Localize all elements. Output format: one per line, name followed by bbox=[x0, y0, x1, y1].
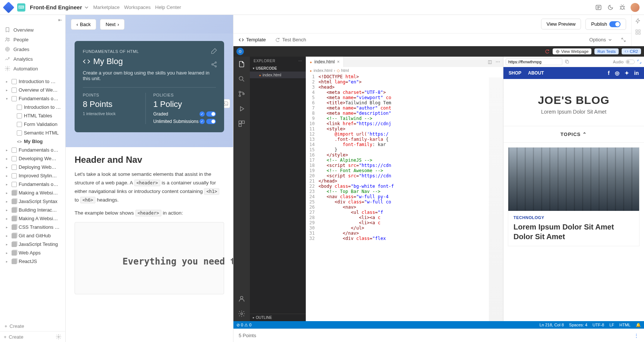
sidebar-item-automation[interactable]: Automation bbox=[0, 64, 65, 73]
tree-item[interactable]: <>My Blog bbox=[0, 137, 65, 146]
collapse-sidebar-icon[interactable]: ⇤ bbox=[55, 15, 65, 25]
linkedin-icon[interactable]: in bbox=[634, 70, 639, 76]
create-button[interactable]: +Create bbox=[0, 321, 65, 331]
status-encoding[interactable]: UTF-8 bbox=[593, 323, 604, 327]
source-control-icon[interactable] bbox=[238, 90, 245, 98]
tree-item[interactable]: ▸Developing We… bbox=[0, 154, 65, 163]
preview-nav-shop[interactable]: SHOP bbox=[509, 70, 521, 76]
facebook-icon[interactable]: f bbox=[608, 70, 610, 76]
tree-item[interactable]: ▸Fundamentals o… bbox=[0, 146, 65, 154]
editor-tab[interactable]: ⬥index.html× bbox=[306, 57, 344, 67]
platform-logo-icon[interactable] bbox=[3, 1, 14, 13]
settings-icon[interactable] bbox=[238, 310, 245, 317]
account-icon[interactable] bbox=[238, 295, 245, 303]
grid-icon[interactable] bbox=[635, 29, 641, 35]
unlimited-toggle[interactable] bbox=[206, 119, 216, 124]
tree-item[interactable]: Form Validation bbox=[0, 120, 65, 129]
view-preview-button[interactable]: View Preview bbox=[541, 19, 581, 29]
lightning-icon[interactable] bbox=[635, 18, 641, 24]
more-icon[interactable]: ⋮ bbox=[634, 333, 639, 338]
tree-item[interactable]: ▸JavaScript Testing bbox=[0, 240, 65, 248]
expand-icon[interactable] bbox=[621, 37, 626, 42]
explorer-outline[interactable]: ▸OUTLINE bbox=[250, 314, 306, 321]
course-title[interactable]: Front-End Engineer bbox=[30, 4, 89, 10]
tree-item[interactable]: ▸Web Apps bbox=[0, 248, 65, 257]
bell-icon[interactable]: 🔔 bbox=[636, 323, 641, 327]
preview-topics[interactable]: TOPICS ⌃ bbox=[503, 126, 644, 143]
sidebar-item-analytics[interactable]: Analytics bbox=[0, 54, 65, 64]
split-icon[interactable]: ◫ bbox=[488, 59, 492, 64]
tree-item[interactable]: ▸Fundamentals o… bbox=[0, 180, 65, 189]
tree-item[interactable]: ▸JavaScript Syntax bbox=[0, 197, 65, 206]
preview-url-input[interactable] bbox=[506, 58, 562, 65]
ide-gear-icon[interactable]: ⚙ bbox=[236, 48, 244, 55]
run-tests-button[interactable]: Run Tests bbox=[594, 48, 619, 54]
bug-icon[interactable] bbox=[619, 4, 626, 11]
share-icon[interactable] bbox=[211, 61, 217, 68]
preview-nav-about[interactable]: ABOUT bbox=[528, 70, 544, 76]
publish-button[interactable]: Publish bbox=[585, 19, 626, 30]
debug-icon[interactable] bbox=[238, 105, 245, 113]
status-spaces[interactable]: Spaces: 4 bbox=[569, 323, 587, 327]
status-position[interactable]: Ln 218, Col 8 bbox=[540, 323, 564, 327]
audio-toggle[interactable] bbox=[626, 60, 635, 64]
refresh-icon[interactable] bbox=[544, 49, 550, 54]
tree-item[interactable]: ▸Making a Websi… bbox=[0, 189, 65, 197]
tree-item[interactable]: ▸Introduction to … bbox=[0, 77, 65, 86]
tree-item[interactable]: ▸CSS Transitions … bbox=[0, 223, 65, 231]
eraser-icon[interactable] bbox=[211, 48, 217, 54]
explorer-file[interactable]: ⬥ index.html bbox=[250, 72, 306, 78]
back-button[interactable]: ‹Back bbox=[71, 19, 96, 30]
tree-item[interactable]: HTML Tables bbox=[0, 111, 65, 120]
next-button[interactable]: Next› bbox=[100, 19, 125, 30]
extensions-icon[interactable] bbox=[238, 120, 245, 127]
publish-toggle[interactable] bbox=[609, 21, 621, 27]
chevron-down-icon bbox=[608, 38, 612, 42]
copy-icon[interactable] bbox=[565, 59, 569, 64]
explorer-icon[interactable] bbox=[238, 60, 245, 68]
graded-toggle[interactable] bbox=[206, 111, 216, 117]
sidebar-item-grades[interactable]: Grades bbox=[0, 44, 65, 54]
tree-item[interactable]: ▸Improved Stylin… bbox=[0, 171, 65, 180]
tree-item[interactable]: ▸Making A Websi… bbox=[0, 214, 65, 223]
minimap[interactable] bbox=[489, 77, 503, 321]
tree-item[interactable]: Introduction to … bbox=[0, 103, 65, 111]
sidebar-item-overview[interactable]: Overview bbox=[0, 25, 65, 35]
bottom-create-button[interactable]: +Create bbox=[4, 334, 23, 340]
editor-content[interactable]: 1<!DOCTYPE html>2<html lang="en">3<head>… bbox=[306, 74, 503, 321]
status-eol[interactable]: LF bbox=[609, 323, 614, 327]
explorer-menu-icon[interactable]: ⋯ bbox=[298, 59, 302, 63]
nav-help[interactable]: Help Center bbox=[155, 4, 181, 10]
gear-icon[interactable] bbox=[56, 334, 62, 340]
expand-icon[interactable] bbox=[637, 59, 642, 64]
twitter-icon[interactable]: ✦ bbox=[625, 70, 629, 76]
options-dropdown[interactable]: Options bbox=[589, 37, 612, 42]
preview-card[interactable]: TECHNOLOGY Lorem Ipsum Dolor Sit Amet Do… bbox=[508, 147, 640, 246]
more-icon[interactable]: ⋯ bbox=[496, 59, 500, 64]
status-errors[interactable]: ⊘ 0 ⚠ 0 bbox=[236, 323, 251, 327]
editor-breadcrumb[interactable]: ⬥index.html›◇html bbox=[306, 67, 503, 74]
course-icon[interactable]: ⌨ bbox=[17, 3, 25, 12]
status-lang[interactable]: HTML bbox=[619, 323, 631, 327]
close-icon[interactable]: × bbox=[337, 59, 340, 64]
tree-item[interactable]: ▸Building Interac… bbox=[0, 206, 65, 214]
moon-icon[interactable] bbox=[607, 4, 614, 11]
view-webpage-button[interactable]: View Webpage bbox=[553, 48, 592, 54]
tab-template[interactable]: Template bbox=[239, 37, 266, 42]
tree-item[interactable]: ▸Git and GitHub bbox=[0, 231, 65, 240]
instagram-icon[interactable]: ◎ bbox=[615, 70, 619, 76]
tree-item[interactable]: ▸Overview of We… bbox=[0, 86, 65, 94]
search-icon[interactable] bbox=[238, 75, 245, 83]
user-avatar[interactable] bbox=[631, 3, 640, 12]
cr2-button[interactable]: CR2 bbox=[622, 48, 641, 54]
tree-item[interactable]: ▸ReactJS bbox=[0, 257, 65, 266]
tab-test-bench[interactable]: Test Bench bbox=[275, 37, 306, 42]
tree-item[interactable]: Semantic HTML bbox=[0, 129, 65, 137]
nav-workspaces[interactable]: Workspaces bbox=[124, 4, 151, 10]
tree-item[interactable]: ▸Deploying Web… bbox=[0, 163, 65, 171]
tree-item[interactable]: ▾Fundamentals o… bbox=[0, 94, 65, 103]
sidebar-item-people[interactable]: People bbox=[0, 35, 65, 44]
news-icon[interactable] bbox=[595, 4, 602, 11]
explorer-section[interactable]: ▾USERCODE bbox=[250, 65, 306, 72]
nav-marketplace[interactable]: Marketplace bbox=[93, 4, 120, 10]
